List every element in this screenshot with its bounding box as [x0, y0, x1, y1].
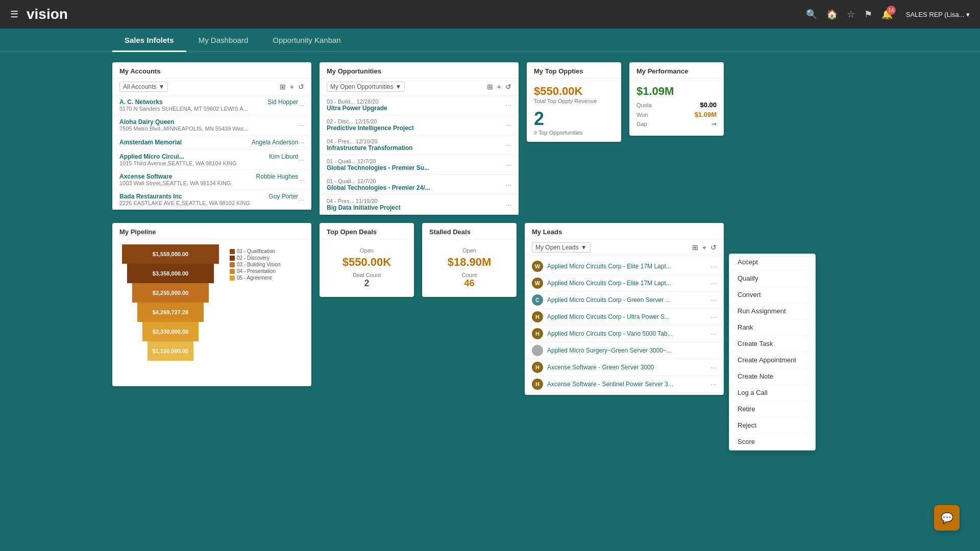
lead-name-8[interactable]: Axcense Software - Sentinel Power Server… — [547, 381, 706, 388]
context-menu-run-assignment[interactable]: Run Assignment — [729, 303, 815, 319]
tab-opportunity-kanban[interactable]: Opportunity Kanban — [260, 29, 353, 52]
opp-menu-2[interactable]: ··· — [505, 121, 511, 129]
account-name-3[interactable]: Amsterdam Memorial — [119, 139, 182, 146]
account-row-4: Applied Micro Circui... Kim Liburd 1015 … — [112, 150, 311, 170]
opp-name-2[interactable]: Predictive Intelligence Project — [327, 124, 505, 132]
account-name-1[interactable]: A. C. Networks — [119, 98, 163, 106]
context-menu-log-call[interactable]: Log a Call — [729, 385, 815, 401]
account-name-2[interactable]: Aloha Dairy Queen — [119, 118, 174, 126]
lead-menu-1[interactable]: ··· — [710, 262, 717, 270]
lead-row-5: H Applied Micro Circuits Corp - Vario 50… — [525, 325, 724, 342]
search-icon[interactable]: 🔍 — [806, 9, 817, 20]
opp-name-3[interactable]: Infrastructure Transformation — [327, 144, 505, 152]
opp-menu-5[interactable]: ··· — [505, 181, 511, 189]
context-menu-score[interactable]: Score — [729, 434, 815, 450]
account-name-5[interactable]: Axcense Software — [119, 173, 172, 180]
user-name[interactable]: SALES REP (Lisa... ▾ — [906, 11, 970, 18]
app-logo: vision — [27, 6, 68, 22]
star-icon[interactable]: ☆ — [847, 9, 855, 20]
home-icon[interactable]: 🏠 — [826, 9, 838, 20]
account-menu-2[interactable]: ··· — [298, 121, 304, 129]
deals-card-header: Top Open Deals — [320, 223, 414, 239]
tab-my-dashboard[interactable]: My Dashboard — [186, 29, 261, 52]
stalled-card-title: Stalled Deals — [429, 228, 471, 236]
opps-grid-icon[interactable]: ⊞ — [487, 83, 493, 91]
lead-name-1[interactable]: Applied Micro Circuits Corp - Elite 17M … — [547, 263, 706, 270]
lead-menu-7[interactable]: ··· — [710, 363, 717, 371]
accounts-grid-icon[interactable]: ⊞ — [280, 83, 286, 91]
opp-name-4[interactable]: Global Technologies - Premier Su... — [327, 164, 505, 171]
opp-name-5[interactable]: Global Technologies - Premier 24/... — [327, 184, 505, 191]
lead-name-5[interactable]: Applied Micro Circuits Corp - Vario 5000… — [547, 330, 706, 337]
lead-letter-1: W — [532, 261, 543, 272]
deals-count-label: Deal Count — [327, 272, 407, 278]
lead-row-3: C Applied Micro Circuits Corp - Green Se… — [525, 292, 724, 309]
notification-icon[interactable]: 🔔 14 — [881, 9, 893, 20]
funnel-level-2: $3,358,000.00 — [127, 264, 214, 283]
leads-context-menu: Accept Qualify Convert Run Assignment Ra… — [729, 254, 816, 450]
account-menu-3[interactable]: ··· — [298, 138, 304, 146]
account-menu-4[interactable]: ··· — [298, 156, 304, 164]
stalled-status-label: Open — [429, 247, 509, 254]
lead-name-3[interactable]: Applied Micro Circuits Corp - Green Serv… — [547, 296, 706, 304]
hamburger-icon[interactable]: ☰ — [10, 9, 18, 20]
opp-menu-3[interactable]: ··· — [505, 141, 511, 149]
lead-menu-5[interactable]: ··· — [710, 330, 717, 338]
opp-row-3: 04 - Pres... 12/10/20 Infrastructure Tra… — [320, 135, 519, 155]
opps-dropdown[interactable]: My Open Opportunities ▼ — [327, 82, 405, 92]
opp-menu-4[interactable]: ··· — [505, 161, 511, 169]
opps-add-icon[interactable]: + — [497, 83, 501, 91]
lead-name-6[interactable]: Applied Micro Surgery~Green Server 3000~… — [547, 347, 717, 354]
opp-name-1[interactable]: Ultra Power Upgrade — [327, 105, 505, 112]
context-menu-accept[interactable]: Accept — [729, 254, 815, 270]
leads-grid-icon[interactable]: ⊞ — [692, 243, 698, 252]
context-menu-convert[interactable]: Convert — [729, 287, 815, 303]
context-menu-rank[interactable]: Rank — [729, 319, 815, 336]
lead-name-2[interactable]: Applied Micro Circuits Corp - Elite 17M … — [547, 280, 706, 287]
perf-gap-label: Gap — [636, 121, 647, 127]
lead-menu-4[interactable]: ··· — [710, 313, 717, 321]
lead-menu-3[interactable]: ··· — [710, 296, 717, 304]
flag-icon[interactable]: ⚑ — [864, 9, 872, 20]
lead-row-8: H Axcense Software - Sentinel Power Serv… — [525, 376, 724, 393]
account-menu-6[interactable]: ··· — [298, 195, 304, 204]
lead-letter-3: C — [532, 294, 543, 306]
opp-name-6[interactable]: Big Data Initiative Project — [327, 204, 505, 211]
account-menu-5[interactable]: ··· — [298, 176, 304, 184]
opps-refresh-icon[interactable]: ↺ — [505, 83, 511, 91]
account-menu-1[interactable]: ··· — [298, 101, 304, 109]
context-menu-create-task[interactable]: Create Task — [729, 336, 815, 352]
accounts-add-icon[interactable]: + — [290, 83, 294, 91]
account-name-4[interactable]: Applied Micro Circui... — [119, 153, 184, 160]
leads-add-icon[interactable]: + — [702, 243, 706, 252]
lead-name-7[interactable]: Axcense Software - Green Server 3000 — [547, 364, 706, 371]
legend-item-1: 01 - Qualification — [230, 248, 280, 254]
context-menu-qualify[interactable]: Qualify — [729, 270, 815, 287]
opp-stage-1: 03 - Build... 12/28/20 — [327, 98, 505, 105]
funnel-level-4: $4,269,727.28 — [137, 303, 204, 322]
lead-letter-4: H — [532, 311, 543, 322]
lead-menu-2[interactable]: ··· — [710, 279, 717, 287]
account-row-3: Amsterdam Memorial Angela Anderson ··· — [112, 135, 311, 150]
perf-gap-expand-icon[interactable]: ⇒ — [712, 120, 717, 128]
opp-menu-1[interactable]: ··· — [505, 101, 511, 109]
tab-sales-infolets[interactable]: Sales Infolets — [112, 29, 186, 52]
perf-gap-row: Gap ⇒ — [636, 120, 717, 128]
lead-menu-8[interactable]: ··· — [710, 380, 717, 388]
stalled-card-header: Stalled Deals — [422, 223, 517, 239]
lead-name-4[interactable]: Applied Micro Circuits Corp - Ultra Powe… — [547, 313, 706, 320]
context-menu-retire[interactable]: Retire — [729, 401, 815, 417]
chat-button[interactable]: 💬 — [934, 505, 960, 531]
accounts-refresh-icon[interactable]: ↺ — [298, 83, 304, 91]
account-name-6[interactable]: Bada Restaurants Inc — [119, 193, 182, 200]
lead-letter-2: W — [532, 278, 543, 289]
context-menu-create-appointment[interactable]: Create Appointment — [729, 352, 815, 368]
accounts-dropdown[interactable]: All Accounts ▼ — [119, 82, 168, 92]
leads-dropdown[interactable]: My Open Leads ▼ — [532, 242, 591, 253]
leads-refresh-icon[interactable]: ↺ — [710, 243, 717, 252]
accounts-card-title: My Accounts — [119, 67, 160, 75]
opps-dropdown-arrow: ▼ — [395, 83, 401, 90]
context-menu-create-note[interactable]: Create Note — [729, 368, 815, 385]
opp-menu-6[interactable]: ··· — [505, 201, 511, 209]
context-menu-reject[interactable]: Reject — [729, 417, 815, 434]
